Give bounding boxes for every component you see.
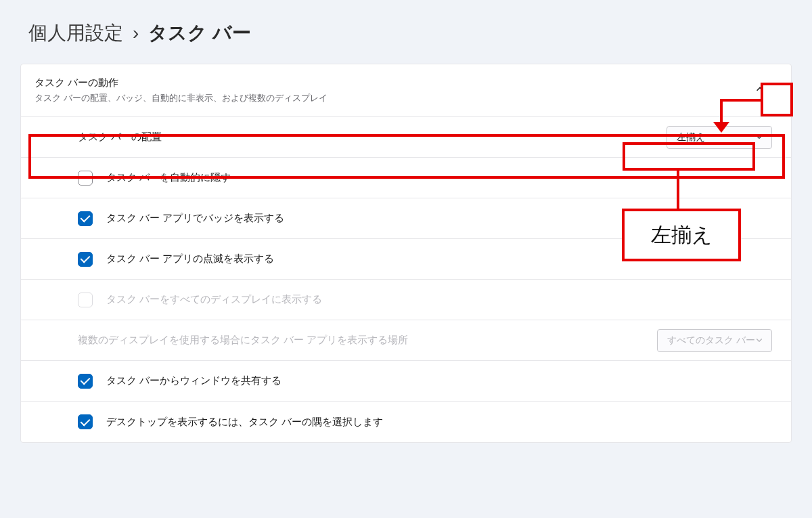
all-displays-checkbox [78,293,93,307]
alignment-label: タスク バーの配置 [78,131,162,144]
alignment-select[interactable]: 左揃え [667,126,772,149]
all-displays-label: タスク バーをすべてのディスプレイに表示する [106,293,322,306]
section-title: タスク バーの動作 [35,77,328,89]
show-desktop-label: デスクトップを表示するには、タスク バーの隅を選択します [106,416,383,429]
breadcrumb-current: タスク バー [148,20,251,46]
row-taskbar-alignment: タスク バーの配置 左揃え [21,117,791,158]
show-badges-checkbox[interactable] [78,211,93,226]
show-flash-checkbox[interactable] [78,252,93,267]
row-all-displays: タスク バーをすべてのディスプレイに表示する [21,280,791,320]
chevron-down-icon [755,335,763,346]
breadcrumb-separator: › [133,22,139,44]
multi-display-where-label: 複数のディスプレイを使用する場合にタスク バー アプリを表示する場所 [78,334,408,347]
row-show-flash[interactable]: タスク バー アプリの点滅を表示する [21,239,791,280]
row-share-window[interactable]: タスク バーからウィンドウを共有する [21,361,791,402]
multi-display-where-select: すべてのタスク バー [657,329,772,352]
alignment-select-value: 左揃え [677,131,705,144]
row-show-desktop[interactable]: デスクトップを表示するには、タスク バーの隅を選択します [21,402,791,442]
multi-display-where-value: すべてのタスク バー [667,334,755,347]
share-window-label: タスク バーからウィンドウを共有する [106,374,281,387]
chevron-down-icon [755,132,763,143]
breadcrumb-parent[interactable]: 個人用設定 [28,20,123,46]
taskbar-behaviors-panel: タスク バーの動作 タスク バーの配置、バッジ、自動的に非表示、および複数のディ… [20,64,792,443]
section-header[interactable]: タスク バーの動作 タスク バーの配置、バッジ、自動的に非表示、および複数のディ… [21,64,791,117]
auto-hide-checkbox[interactable] [78,171,93,186]
row-show-badges[interactable]: タスク バー アプリでバッジを表示する [21,198,791,239]
row-auto-hide[interactable]: タスク バーを自動的に隠す [21,158,791,198]
auto-hide-label: タスク バーを自動的に隠す [106,171,231,184]
chevron-up-icon [755,85,765,96]
row-multi-display-where: 複数のディスプレイを使用する場合にタスク バー アプリを表示する場所 すべてのタ… [21,320,791,361]
section-description: タスク バーの配置、バッジ、自動的に非表示、および複数のディスプレイ [35,92,328,104]
breadcrumb: 個人用設定 › タスク バー [28,20,792,46]
share-window-checkbox[interactable] [78,374,93,389]
show-badges-label: タスク バー アプリでバッジを表示する [106,212,284,225]
show-desktop-checkbox[interactable] [78,414,93,429]
collapse-button[interactable] [748,79,772,103]
show-flash-label: タスク バー アプリの点滅を表示する [106,253,274,265]
